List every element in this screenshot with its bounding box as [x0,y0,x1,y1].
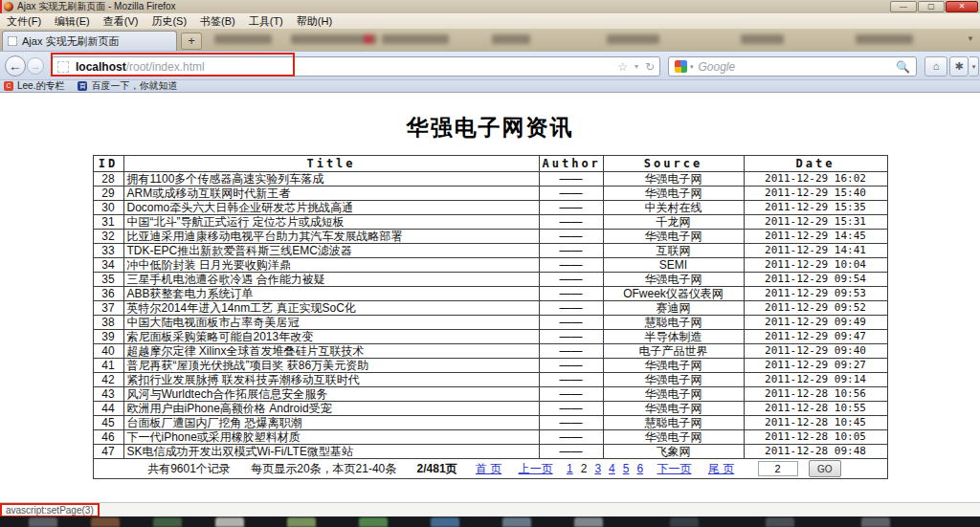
reload-icon[interactable]: ↻ [645,60,655,74]
row-source: 互联网 [603,244,744,258]
page-number-link-5[interactable]: 5 [623,462,630,475]
tab-ajax-page[interactable]: Ajax 实现无刷新页面 [2,31,177,51]
page-links: 123456 [563,462,647,475]
row-title: 比亚迪采用迪康移动电视平台助力其汽车发展战略部署 [123,230,539,244]
table-row: 42紧扣行业发展脉搏 联发科技弄潮移动互联时代——华强电子网2011-12-29… [93,373,887,387]
bookmark-star-icon[interactable]: ☆ [617,60,628,74]
page-number-link-1[interactable]: 1 [567,462,573,475]
row-date: 2011-12-29 16:02 [744,172,887,187]
row-author: —— [539,301,603,316]
menu-item-4[interactable]: 书签(B) [193,14,242,29]
table-row: 34冲中低阶封装 日月光要收购洋鼎——SEMI2011-12-29 10:04 [93,258,887,273]
tab-label: Ajax 实现无刷新页面 [22,34,119,49]
maximize-button[interactable]: ▢ [918,1,945,12]
menu-item-2[interactable]: 查看(V) [97,14,145,29]
go-button[interactable]: GO [809,460,841,477]
row-author: —— [539,402,603,416]
close-button[interactable]: ✕ [946,1,978,12]
row-source: 慧聪电子网 [603,416,744,430]
table-row: 39索尼面板采购策略可能自2013年改变——半导体制造2011-12-29 09… [93,330,887,344]
row-id: 39 [93,330,123,344]
row-title: 拥有1100多个传感器高速实验列车落成 [123,172,539,187]
menu-item-5[interactable]: 工具(T) [242,14,290,29]
row-date: 2011-12-29 09:49 [744,316,887,330]
row-source: OFweek仪器仪表网 [603,287,744,301]
row-date: 2011-12-29 10:04 [744,258,887,273]
next-page-link[interactable]: 下一页 [657,462,691,475]
addon-button[interactable]: ✱ [949,56,969,77]
menu-item-0[interactable]: 文件(F) [0,14,48,29]
row-source: 赛迪网 [603,301,744,316]
table-row: 31中国“北斗”导航正式运行 定位芯片或成短板——千龙网2011-12-29 1… [93,215,887,230]
row-id: 36 [93,287,123,301]
table-row: 38中国大陆电视面板市占率奇美居冠——慧聪电子网2011-12-29 09:49 [93,316,887,330]
header-author: Author [539,156,603,172]
page-number-link-4[interactable]: 4 [609,462,615,475]
row-id: 34 [93,258,123,273]
row-source: 华强电子网 [603,172,744,187]
row-source: SEMI [603,258,744,273]
table-row: 28拥有1100多个传感器高速实验列车落成——华强电子网2011-12-29 1… [93,172,887,187]
url-host: localhost [76,60,126,74]
minimize-button[interactable]: — [890,1,917,12]
last-page-link[interactable]: 尾 页 [708,462,734,475]
search-placeholder: Google [699,60,736,74]
row-title: 欧洲用户由iPhone高额价格 Android受宠 [123,402,539,416]
page-number-link-6[interactable]: 6 [636,462,643,475]
row-author: —— [539,172,603,187]
pagination-row: 共有9601个记录 每页显示20条，本页21-40条 2/481页 首 页 上一… [93,459,887,479]
row-title: 英特尔2014年进入14nm工艺 真正实现SoC化 [123,301,539,316]
row-author: —— [539,445,603,459]
row-source: 飞象网 [603,445,744,459]
table-header-row: ID Title Author Source Date [93,156,887,172]
table-row: 30Docomo牵头六大日韩企业研发芯片挑战高通——中关村在线2011-12-2… [93,201,887,215]
status-link-preview: avascript:setPage(3) [0,503,100,517]
menu-item-3[interactable]: 历史(S) [145,14,193,29]
row-source: 慧聪电子网 [603,316,744,330]
table-row: 32比亚迪采用迪康移动电视平台助力其汽车发展战略部署——华强电子网2011-12… [93,230,887,244]
page-number-link-3[interactable]: 3 [594,462,601,475]
forward-button[interactable]: → [27,57,44,75]
search-engine-dropdown-icon[interactable]: ▾ [690,63,694,71]
toolbar-dropdown-icon[interactable]: ▾ [969,56,979,77]
news-table-body: 28拥有1100多个传感器高速实验列车落成——华强电子网2011-12-29 1… [93,172,887,459]
row-author: —— [539,258,603,273]
row-author: —— [539,330,603,344]
row-date: 2011-12-29 09:14 [744,373,887,387]
first-page-link[interactable]: 首 页 [476,462,501,475]
menu-item-1[interactable]: 编辑(E) [48,14,97,29]
window-title: Ajax 实现无刷新页面 - Mozilla Firefox [17,0,176,13]
row-source: 华强电子网 [603,430,744,445]
back-button[interactable]: ← [5,55,26,77]
table-row: 47SK电信成功开发出双模式Wi-Fi/LTE微型基站——飞象网2011-12-… [93,445,887,459]
row-id: 30 [93,201,123,215]
row-date: 2011-12-29 14:45 [744,230,887,244]
row-title: 台面板厂遭国内厂挖角 恐爆离职潮 [123,416,539,430]
search-box[interactable]: ▾ Google 🔍 [668,56,917,77]
prev-page-link[interactable]: 上一页 [519,462,553,475]
row-author: —— [539,215,603,230]
bookmark-item-1[interactable]: 百百度一下，你就知道 [78,79,177,93]
row-date: 2011-12-29 09:40 [744,344,887,359]
new-tab-button[interactable]: + [181,33,202,50]
url-bar[interactable]: localhost/root/index.html ☆ ▾ ↻ [52,56,660,77]
row-id: 46 [93,430,123,445]
bookmark-item-0[interactable]: CLee.的专栏 [4,79,64,93]
page-info-text: 2/481页 [417,462,457,475]
url-dropdown-icon[interactable]: ▾ [635,62,638,71]
search-icon[interactable]: 🔍 [896,60,910,74]
table-row: 46下一代iPhone或采用橡胶塑料材质——华强电子网2011-12-28 10… [93,430,887,445]
row-id: 41 [93,359,123,373]
row-source: 华强电子网 [603,230,744,244]
home-button[interactable]: ⌂ [924,56,947,77]
row-source: 华强电子网 [603,359,744,373]
row-author: —— [539,387,603,402]
row-source: 千龙网 [603,215,744,230]
list-all-tabs-icon[interactable]: ▼ [967,34,974,43]
row-date: 2011-12-28 10:05 [744,430,887,445]
row-id: 33 [93,244,123,258]
row-source: 半导体制造 [603,330,744,344]
menu-item-6[interactable]: 帮助(H) [290,14,339,29]
goto-page-input[interactable] [758,461,798,476]
row-id: 47 [93,445,123,459]
